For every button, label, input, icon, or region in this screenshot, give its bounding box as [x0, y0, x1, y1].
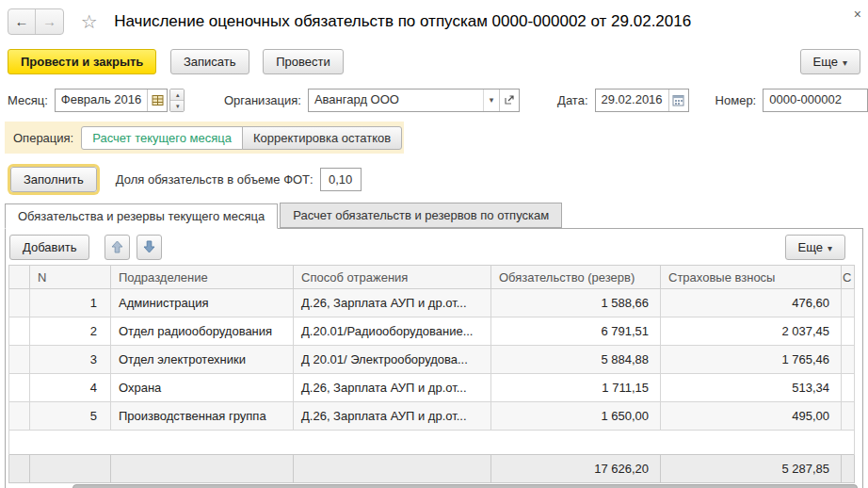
cell-department[interactable]: Охрана: [111, 374, 294, 402]
history-nav-group: ← →: [8, 8, 64, 35]
cell-insurance[interactable]: 513,34: [661, 374, 842, 402]
month-spinner: ▴ ▾: [169, 89, 185, 112]
totals-insurance: 5 287,85: [661, 455, 842, 483]
operation-option-balance-correction[interactable]: Корректировка остатков: [242, 126, 402, 150]
table-row[interactable]: 1АдминистрацияД.26, Зарплата АУП и др.от…: [9, 289, 855, 317]
cell-method[interactable]: Д.20.01/Радиооборудование...: [294, 317, 491, 346]
move-down-icon[interactable]: [137, 235, 162, 260]
column-insurance[interactable]: Страховые взносы: [661, 266, 842, 289]
back-icon[interactable]: ←: [8, 9, 36, 34]
table-row[interactable]: 2Отдел радиооборудованияД.20.01/Радиообо…: [9, 317, 855, 346]
organization-value[interactable]: Авангард ООО: [309, 89, 483, 111]
cell-liability[interactable]: 5 884,88: [491, 346, 661, 374]
filler-cell: [9, 431, 855, 455]
command-toolbar: Провести и закрыть Записать Провести Еще…: [0, 43, 868, 81]
cell-n[interactable]: 4: [30, 374, 111, 402]
cell-empty[interactable]: [9, 346, 30, 374]
cell-department[interactable]: Производственная группа: [111, 402, 294, 431]
grid-more-button[interactable]: Еще▾: [785, 235, 845, 260]
fot-share-label: Доля обязательств в объеме ФОТ:: [116, 172, 313, 187]
totals-row: 17 626,20 5 287,85: [9, 455, 855, 483]
column-clipped[interactable]: С: [842, 266, 855, 289]
cell-empty[interactable]: [842, 317, 855, 346]
cell-method[interactable]: Д 20.01/ Электрооборудова...: [294, 346, 491, 374]
cell-insurance[interactable]: 2 037,45: [661, 317, 842, 346]
number-label: Номер:: [715, 93, 757, 107]
cell-empty[interactable]: [842, 289, 855, 317]
month-value[interactable]: Февраль 2016: [56, 89, 147, 111]
cell-n[interactable]: 1: [30, 289, 111, 317]
tab-current-month-liabilities[interactable]: Обязательства и резервы текущего месяца: [5, 203, 278, 229]
cell-n[interactable]: 2: [30, 317, 111, 346]
cell-insurance[interactable]: 1 765,46: [661, 346, 842, 374]
date-value[interactable]: 29.02.2016: [596, 89, 668, 111]
fill-button[interactable]: Заполнить: [10, 167, 97, 192]
chevron-down-icon: ▾: [843, 57, 847, 68]
totals-empty: [9, 455, 30, 483]
spin-up-icon[interactable]: ▴: [170, 89, 185, 101]
month-label: Месяц:: [8, 93, 48, 107]
table-header-row: N Подразделение Способ отражения Обязате…: [9, 266, 855, 289]
open-link-icon[interactable]: [499, 89, 519, 111]
month-field[interactable]: Февраль 2016: [55, 89, 168, 112]
forward-icon[interactable]: →: [36, 9, 63, 34]
cell-empty[interactable]: [842, 346, 855, 374]
cell-method[interactable]: Д.26, Зарплата АУП и др.от...: [294, 374, 491, 402]
cell-n[interactable]: 5: [30, 402, 111, 431]
cell-empty[interactable]: [842, 402, 855, 431]
dropdown-arrow-icon[interactable]: ▾: [483, 89, 499, 111]
column-n[interactable]: N: [30, 266, 111, 289]
fot-share-input[interactable]: 0,10: [320, 168, 362, 191]
cell-n[interactable]: 3: [30, 346, 111, 374]
row-marker-column[interactable]: [9, 266, 30, 289]
cell-department[interactable]: Отдел электротехники: [111, 346, 294, 374]
totals-empty: [842, 455, 855, 483]
move-up-icon[interactable]: [104, 235, 130, 260]
cell-liability[interactable]: 1 650,00: [491, 402, 661, 431]
table-row[interactable]: 3Отдел электротехникиД 20.01/ Электрообо…: [9, 346, 855, 374]
cell-method[interactable]: Д.26, Зарплата АУП и др.от...: [294, 289, 491, 317]
calendar-icon[interactable]: [668, 89, 688, 111]
cell-insurance[interactable]: 476,60: [661, 289, 842, 317]
add-row-button[interactable]: Добавить: [9, 235, 89, 260]
column-method[interactable]: Способ отражения: [294, 266, 491, 289]
cell-liability[interactable]: 1 711,15: [491, 374, 661, 402]
number-value[interactable]: 0000-000002: [764, 89, 867, 111]
column-department[interactable]: Подразделение: [111, 266, 294, 289]
table-row[interactable]: 5Производственная группаД.26, Зарплата А…: [9, 402, 855, 431]
spin-down-icon[interactable]: ▾: [170, 101, 185, 111]
cell-empty[interactable]: [9, 317, 30, 346]
page-title: Начисление оценочных обязательств по отп…: [114, 12, 691, 31]
cell-empty[interactable]: [9, 374, 30, 402]
tab-vacation-reserve-calculation[interactable]: Расчет обязательств и резервов по отпуск…: [280, 203, 562, 228]
more-button[interactable]: Еще▾: [800, 49, 860, 74]
cell-liability[interactable]: 1 588,66: [491, 289, 661, 317]
favorite-star-icon[interactable]: ☆: [81, 10, 98, 33]
scrollbar-thumb[interactable]: [72, 484, 858, 488]
totals-empty: [111, 455, 294, 483]
date-field[interactable]: 29.02.2016: [595, 89, 689, 112]
month-picker-icon[interactable]: [147, 89, 167, 111]
horizontal-scrollbar[interactable]: [8, 484, 860, 488]
totals-liability: 17 626,20: [491, 455, 661, 483]
cell-department[interactable]: Отдел радиооборудования: [111, 317, 294, 346]
post-button[interactable]: Провести: [263, 49, 344, 74]
liabilities-table: N Подразделение Способ отражения Обязате…: [8, 265, 855, 483]
cell-method[interactable]: Д.26, Зарплата АУП и др.от...: [294, 402, 491, 431]
grid-more-label: Еще: [798, 240, 823, 254]
cell-empty[interactable]: [842, 374, 855, 402]
close-icon[interactable]: ×: [854, 8, 861, 21]
save-button[interactable]: Записать: [170, 49, 249, 74]
organization-label: Организация:: [224, 93, 301, 107]
cell-liability[interactable]: 6 791,51: [491, 317, 661, 346]
cell-department[interactable]: Администрация: [111, 289, 294, 317]
cell-empty[interactable]: [9, 402, 30, 431]
column-liability[interactable]: Обязательство (резерв): [491, 266, 661, 289]
operation-option-current-month[interactable]: Расчет текущего месяца: [81, 126, 243, 150]
number-field[interactable]: 0000-000002: [763, 89, 868, 112]
cell-insurance[interactable]: 495,00: [661, 402, 842, 431]
post-and-close-button[interactable]: Провести и закрыть: [8, 49, 156, 74]
cell-empty[interactable]: [9, 289, 30, 317]
organization-field[interactable]: Авангард ООО ▾: [308, 89, 520, 112]
table-row[interactable]: 4ОхранаД.26, Зарплата АУП и др.от...1 71…: [9, 374, 855, 402]
